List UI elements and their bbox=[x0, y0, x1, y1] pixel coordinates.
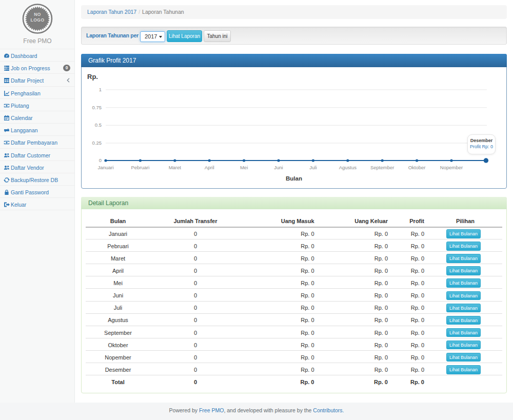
svg-text:Juni: Juni bbox=[274, 165, 283, 170]
svg-text:0.75: 0.75 bbox=[92, 104, 102, 110]
svg-text:0.25: 0.25 bbox=[92, 140, 102, 146]
svg-text:April: April bbox=[205, 165, 214, 170]
svg-text:Juli: Juli bbox=[309, 165, 317, 170]
svg-text:Pebruari: Pebruari bbox=[131, 165, 149, 170]
svg-text:0: 0 bbox=[99, 157, 102, 163]
svg-text:Mei: Mei bbox=[240, 165, 248, 170]
svg-text:NO: NO bbox=[34, 12, 41, 17]
svg-text:Agustus: Agustus bbox=[339, 165, 357, 170]
svg-text:Bulan: Bulan bbox=[286, 175, 302, 182]
svg-text:Januari: Januari bbox=[97, 165, 113, 170]
svg-text:Rp.: Rp. bbox=[87, 73, 98, 81]
svg-text:1: 1 bbox=[99, 87, 102, 92]
svg-text:Nopember: Nopember bbox=[440, 165, 463, 170]
svg-text:Maret: Maret bbox=[169, 165, 182, 170]
svg-text:September: September bbox=[370, 165, 394, 170]
svg-text:0.5: 0.5 bbox=[95, 122, 102, 128]
svg-text:Oktober: Oktober bbox=[408, 165, 426, 170]
svg-text:LOGO: LOGO bbox=[30, 17, 44, 23]
